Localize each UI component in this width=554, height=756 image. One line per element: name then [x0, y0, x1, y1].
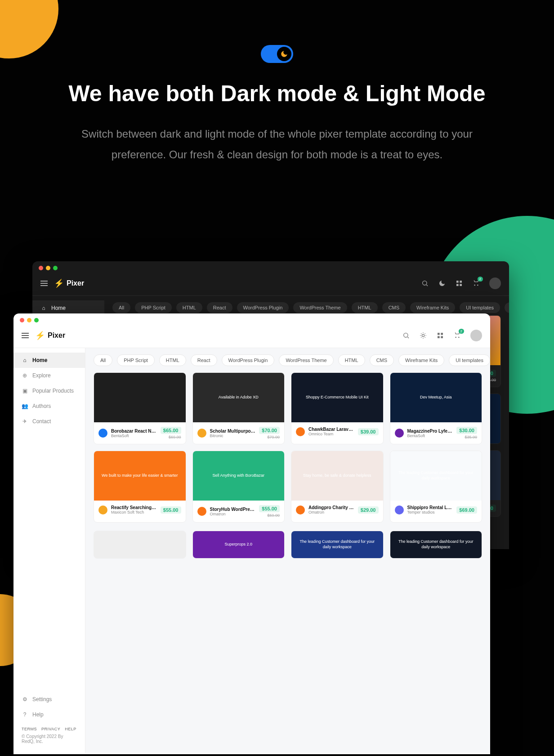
product-price-was: $59.00	[259, 513, 280, 518]
product-card[interactable]: The leading Customer dashboard for your …	[291, 531, 384, 559]
product-thumb: The leading Customer dashboard for your …	[390, 531, 482, 558]
help-icon: ?	[22, 711, 28, 718]
pill[interactable]: HTML	[352, 302, 378, 313]
svg-rect-1	[456, 281, 459, 283]
product-card[interactable]: Available in Adobe XD Scholar Multipurpo…	[192, 372, 285, 444]
window-close-dot[interactable]	[39, 266, 43, 270]
product-thumb: Sell Anything with BoroBazar	[193, 451, 285, 501]
footer-terms-link[interactable]: TERMS	[22, 727, 37, 731]
pill[interactable]: WordPress Plugin	[222, 354, 275, 366]
window-close-dot[interactable]	[20, 318, 24, 322]
pill[interactable]: UI templates	[460, 302, 500, 313]
svg-point-5	[404, 333, 408, 337]
pill[interactable]: WordPress Theme	[279, 354, 333, 366]
thumb-caption: Available in Adobe XD	[219, 395, 259, 400]
pill[interactable]: All	[94, 354, 112, 366]
window-min-dot[interactable]	[27, 318, 31, 322]
search-icon[interactable]	[421, 279, 429, 287]
product-thumb	[94, 373, 186, 422]
toggle-knob	[277, 47, 291, 61]
hamburger-button[interactable]	[22, 333, 29, 338]
subheadline: Switch between dark and light mode of th…	[0, 124, 554, 165]
pill[interactable]: Wireframe Kits	[410, 302, 455, 313]
product-card[interactable]: Sell Anything with BoroBazar StoryHub Wo…	[192, 451, 285, 523]
search-icon[interactable]	[402, 331, 410, 340]
svg-rect-8	[441, 333, 443, 335]
thumb-caption: Shoppy E-Commerce Mobile UI Kit	[306, 395, 369, 400]
product-author: Omnico Team	[308, 432, 354, 436]
product-card[interactable]: Stay home, be safe & donate helpless Add…	[291, 451, 384, 523]
moon-icon[interactable]	[438, 279, 446, 287]
author-icon	[296, 505, 305, 514]
product-price: $69.00	[456, 506, 477, 514]
product-title: MagazzinePro Lyfestyle ...	[407, 429, 453, 434]
send-icon: ✈	[22, 418, 28, 425]
pill[interactable]: UI templates	[449, 354, 490, 366]
sidebar-item-label: Authors	[32, 403, 51, 409]
product-card[interactable]: Dev Meetup, Asia MagazzinePro Lyfestyle …	[390, 372, 483, 444]
author-icon	[197, 429, 206, 438]
avatar[interactable]	[470, 330, 482, 341]
product-price: $55.00	[259, 505, 280, 512]
logo[interactable]: ⚡ Pixer	[54, 278, 84, 288]
footer-privacy-link[interactable]: PRIVACY	[41, 727, 60, 731]
topbar-light: ⚡ Pixer 2	[13, 327, 490, 348]
pill[interactable]: React	[191, 354, 217, 366]
pill[interactable]: HTML	[338, 354, 365, 366]
pill[interactable]: PHP Script	[117, 354, 155, 366]
cart-icon[interactable]: 2	[453, 331, 461, 340]
sidebar-item-home[interactable]: ⌂Home	[13, 353, 85, 368]
cart-icon[interactable]: 2	[472, 279, 480, 287]
sidebar-item-help[interactable]: ?Help	[13, 707, 85, 722]
pill[interactable]: Wireframe Kits	[398, 354, 444, 366]
product-author: BentaSoft	[407, 434, 453, 438]
home-icon: ⌂	[40, 305, 47, 311]
sidebar-item-settings[interactable]: ⚙Settings	[13, 692, 85, 707]
grid-icon[interactable]	[455, 279, 463, 287]
product-card[interactable]: Superprops 2.0	[192, 531, 285, 559]
app-windows-stack: ⚡ Pixer 2 ⌂Home ⊕Explore All PHP Script …	[0, 261, 554, 756]
window-max-dot[interactable]	[34, 318, 39, 322]
sidebar-item-authors[interactable]: 👥Authors	[13, 398, 85, 414]
logo[interactable]: ⚡ Pixer	[35, 331, 65, 340]
product-card[interactable]: The leading Customer dashboard for your …	[390, 531, 483, 559]
footer-help-link[interactable]: HELP	[65, 727, 76, 731]
sidebar-item-contact[interactable]: ✈Contact	[13, 414, 85, 429]
pill[interactable]: CMS	[382, 302, 406, 313]
pill[interactable]: HTML	[176, 302, 202, 313]
avatar[interactable]	[489, 277, 501, 289]
window-min-dot[interactable]	[46, 266, 50, 270]
svg-rect-4	[460, 284, 462, 286]
pill[interactable]: HTML	[159, 354, 186, 366]
product-card[interactable]: We built to make your life easier & smar…	[94, 451, 186, 523]
compass-icon: ⊕	[22, 372, 28, 379]
product-card[interactable]: The leading Customer dashboard for your …	[390, 451, 483, 523]
dark-mode-toggle[interactable]	[261, 45, 293, 63]
product-thumb: We built to make your life easier & smar…	[94, 451, 186, 501]
pill[interactable]: PHP Script	[135, 302, 172, 313]
pill[interactable]: CMS	[370, 354, 394, 366]
pill[interactable]: All	[112, 302, 130, 313]
product-price-was: $69.00	[161, 435, 181, 439]
sidebar-item-label: Popular Products	[32, 388, 74, 394]
sun-icon[interactable]	[419, 331, 427, 340]
pill[interactable]: WordPress Theme	[293, 302, 347, 313]
sidebar-item-popular[interactable]: ▣Popular Products	[13, 383, 85, 398]
svg-rect-3	[456, 284, 459, 286]
window-controls	[32, 261, 509, 275]
pill[interactable]: Illustrations	[505, 302, 509, 313]
topbar-dark: ⚡ Pixer 2	[32, 275, 509, 296]
window-max-dot[interactable]	[53, 266, 58, 270]
author-icon	[98, 429, 107, 438]
hamburger-button[interactable]	[40, 281, 48, 286]
sidebar-item-label: Home	[51, 305, 66, 311]
product-card[interactable]: Borobazar React Next Gr... BentaSoft $65…	[94, 372, 186, 444]
pill[interactable]: WordPress Plugin	[237, 302, 289, 313]
grid-icon[interactable]	[436, 331, 444, 340]
product-card[interactable]: Shoppy E-Commerce Mobile UI Kit ChawkBaz…	[291, 372, 384, 444]
pill[interactable]: React	[207, 302, 232, 313]
sidebar-light: ⌂Home ⊕Explore ▣Popular Products 👥Author…	[13, 348, 85, 753]
brand-name: Pixer	[48, 331, 65, 340]
sidebar-item-explore[interactable]: ⊕Explore	[13, 368, 85, 383]
product-card[interactable]	[94, 531, 186, 559]
